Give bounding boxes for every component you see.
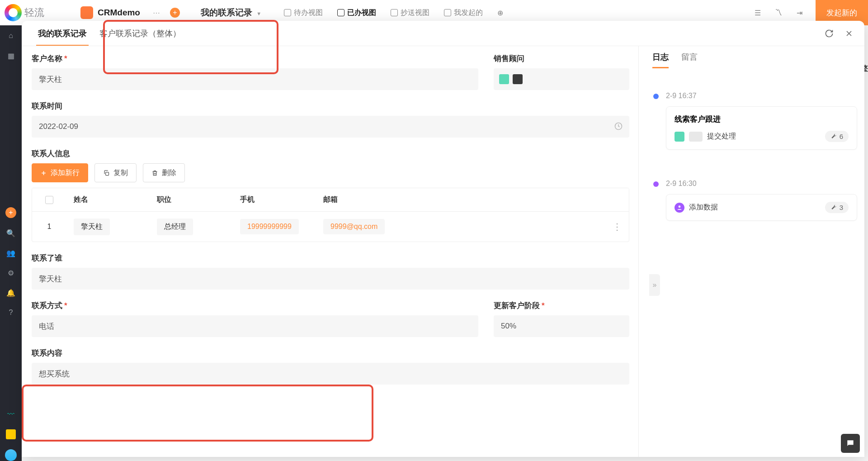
- export-icon[interactable]: ⇥: [795, 8, 804, 17]
- stats-icon[interactable]: 〽: [774, 8, 783, 17]
- plus-icon: [40, 170, 47, 176]
- sales-advisor-display[interactable]: [494, 68, 629, 90]
- timeline-item: 2-9 16:30 添加数据 3: [666, 180, 857, 221]
- chat-icon: [846, 439, 855, 448]
- timeline-time: 2-9 16:37: [666, 92, 857, 100]
- close-icon: [844, 29, 854, 38]
- contact-content-label: 联系内容: [32, 348, 629, 358]
- delete-row-button[interactable]: 删除: [143, 163, 185, 182]
- refresh-icon: [825, 29, 834, 38]
- timeline-dot-icon: [653, 94, 659, 99]
- app-more-icon[interactable]: ⋯: [153, 9, 161, 17]
- bell-icon[interactable]: 🔔: [6, 288, 16, 298]
- view-initiated[interactable]: 我发起的: [444, 8, 483, 18]
- cell-position[interactable]: 总经理: [157, 219, 193, 235]
- timeline-action: 提交处理: [707, 132, 821, 141]
- copy-row-button[interactable]: 复制: [94, 163, 137, 182]
- shortcut-icon[interactable]: [6, 429, 16, 439]
- app-name: CRMdemo: [98, 8, 140, 18]
- timeline-time: 2-9 16:30: [666, 180, 857, 188]
- contact-content-input[interactable]: [32, 363, 629, 385]
- app-icon[interactable]: [80, 6, 93, 19]
- wrench-icon: [830, 204, 837, 211]
- timeline-action: 添加数据: [689, 203, 821, 212]
- contact-method-input[interactable]: [32, 315, 478, 337]
- chevron-down-icon: ▼: [256, 11, 261, 16]
- contact-time-label: 联系时间: [32, 101, 629, 111]
- timeline-card[interactable]: 线索客户跟进 提交处理 6: [666, 106, 857, 150]
- form-area: 客户名称* 销售顾问 联系时间: [22, 46, 638, 457]
- modal-header: 我的联系记录 客户联系记录（整体）: [22, 21, 864, 46]
- gear-icon[interactable]: ⚙: [6, 268, 16, 278]
- modal-tab-customer-records[interactable]: 客户联系记录（整体）: [93, 21, 187, 46]
- activity-timeline: 2-9 16:37 线索客户跟进 提交处理 6: [652, 92, 857, 251]
- apps-icon[interactable]: ▦: [6, 51, 16, 61]
- checkcircle-icon: [284, 9, 291, 16]
- avatar[interactable]: [5, 449, 17, 461]
- workspace-dropdown[interactable]: 我的联系记录 ▼: [201, 7, 261, 19]
- integration-icon[interactable]: 〰: [6, 409, 16, 419]
- actor-skeleton: [689, 132, 703, 142]
- view-todo[interactable]: 待办视图: [284, 8, 323, 18]
- home-icon[interactable]: ⌂: [6, 31, 16, 41]
- customer-name-input[interactable]: [32, 68, 478, 90]
- trash-icon: [151, 170, 158, 176]
- update-stage-input[interactable]: [494, 315, 629, 337]
- contacted-who-input[interactable]: [32, 268, 629, 290]
- left-sidebar: ⌂ ▦ + 🔍 👥 ⚙ 🔔 ? 〰: [0, 25, 22, 461]
- select-all-checkbox[interactable]: [45, 196, 53, 204]
- table-row: 1 擎天柱 总经理 19999999999 9999@qq.com ⋮: [32, 212, 629, 242]
- timeline-item: 2-9 16:37 线索客户跟进 提交处理 6: [666, 92, 857, 150]
- wrench-icon: [830, 133, 837, 140]
- collapse-panel-handle[interactable]: »: [649, 274, 660, 296]
- view-cc[interactable]: 抄送视图: [391, 8, 429, 18]
- changes-badge[interactable]: 3: [825, 202, 849, 213]
- modal-tab-my-records[interactable]: 我的联系记录: [32, 21, 93, 46]
- timeline-title: 线索客户跟进: [675, 114, 849, 124]
- row-index: 1: [32, 223, 66, 231]
- check-icon: [337, 9, 344, 16]
- workspace-name: 我的联系记录: [201, 8, 252, 17]
- contact-subtable: 姓名 职位 手机 邮箱 1 擎天柱 总经理 19999999999 9999@q…: [32, 188, 629, 242]
- people-icon[interactable]: 👥: [6, 248, 16, 258]
- view-done[interactable]: 已办视图: [337, 8, 376, 18]
- add-app-button[interactable]: +: [170, 8, 180, 18]
- cell-email[interactable]: 9999@qq.com: [323, 219, 385, 234]
- help-icon[interactable]: ?: [6, 308, 16, 318]
- col-email: 邮箱: [316, 195, 434, 204]
- col-position: 职位: [150, 195, 233, 204]
- actor-avatar: [675, 132, 684, 142]
- advisor-avatar-1: [499, 74, 509, 84]
- contact-method-label: 联系方式*: [32, 300, 478, 311]
- view-add[interactable]: ⊕: [497, 8, 503, 18]
- contacted-who-label: 联系了谁: [32, 253, 629, 263]
- list-icon[interactable]: ☰: [753, 8, 762, 17]
- svg-point-2: [679, 205, 681, 208]
- table-header: 姓名 职位 手机 邮箱: [32, 188, 629, 212]
- update-stage-label: 更新客户阶段*: [494, 300, 629, 311]
- timeline-card[interactable]: 添加数据 3: [666, 194, 857, 221]
- view-tabs: 待办视图 已办视图 抄送视图 我发起的 ⊕: [284, 8, 503, 18]
- sidepanel-tab-comments[interactable]: 留言: [681, 52, 698, 68]
- search-icon[interactable]: 🔍: [6, 228, 16, 238]
- side-panel: 日志 留言 2-9 16:37 线索客户跟进 提交处理: [638, 46, 864, 457]
- row-more-icon[interactable]: ⋮: [613, 221, 622, 232]
- svg-rect-1: [106, 172, 109, 175]
- refresh-button[interactable]: [824, 28, 835, 39]
- col-name: 姓名: [66, 195, 150, 204]
- brand-logo[interactable]: [5, 4, 22, 21]
- changes-badge[interactable]: 6: [825, 131, 849, 142]
- timeline-dot-icon: [653, 181, 659, 187]
- record-modal: 我的联系记录 客户联系记录（整体） 客户名称* 销售顾问: [22, 21, 864, 457]
- sidebar-add-button[interactable]: +: [5, 207, 16, 218]
- close-button[interactable]: [844, 28, 854, 39]
- sidepanel-tab-log[interactable]: 日志: [652, 52, 669, 68]
- cell-name[interactable]: 擎天柱: [74, 219, 110, 235]
- col-phone: 手机: [233, 195, 316, 204]
- clock-icon: [614, 122, 623, 133]
- customer-name-label: 客户名称*: [32, 53, 478, 64]
- add-row-button[interactable]: 添加新行: [32, 163, 88, 182]
- chat-fab[interactable]: [841, 434, 860, 453]
- cell-phone[interactable]: 19999999999: [240, 219, 299, 234]
- contact-time-input[interactable]: [32, 116, 629, 138]
